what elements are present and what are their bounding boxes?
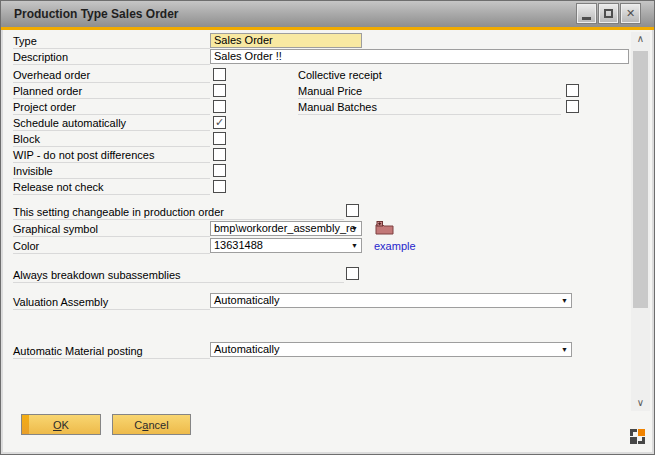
changeable-in-production-order-label: This setting changeable in production or…	[13, 205, 344, 220]
block-checkbox[interactable]	[213, 132, 226, 145]
overhead-order-checkbox[interactable]	[213, 68, 226, 81]
project-order-label: Project order	[13, 100, 210, 115]
automatic-material-posting-value: Automatically	[214, 343, 279, 355]
title-bar: Production Type Sales Order ✕	[1, 1, 654, 27]
accent-gold-line	[1, 27, 654, 30]
automatic-material-posting-label: Automatic Material posting	[13, 344, 210, 359]
description-input[interactable]: Sales Order !!	[210, 49, 629, 64]
overhead-order-label: Overhead order	[13, 68, 210, 83]
minimize-button[interactable]	[577, 4, 596, 23]
schedule-automatically-label: Schedule automatically	[13, 116, 210, 131]
production-type-dialog: Production Type Sales Order ✕ Type Sales…	[0, 0, 655, 455]
folder-add-icon	[375, 221, 394, 235]
graphical-symbol-dropdown[interactable]: bmp\workorder_assembly_re ▼	[210, 221, 362, 236]
type-label: Type	[13, 34, 210, 49]
release-not-check-label: Release not check	[13, 180, 210, 195]
planned-order-label: Planned order	[13, 84, 210, 99]
grip-corner-top-right	[638, 429, 645, 436]
wip-label: WIP - do not post differences	[13, 148, 210, 163]
chevron-down-icon: ▼	[561, 346, 568, 353]
ok-button[interactable]: OK	[21, 414, 101, 435]
description-label: Description	[13, 50, 210, 65]
cancel-button-label: Cancel	[134, 419, 168, 431]
manual-price-label: Manual Price	[298, 84, 561, 99]
scroll-up-arrow-icon[interactable]: ∧	[631, 32, 650, 47]
resize-grip-icon[interactable]	[630, 429, 645, 444]
invisible-checkbox[interactable]	[213, 164, 226, 177]
valuation-assembly-label: Valuation Assembly	[13, 295, 210, 310]
vertical-scrollbar[interactable]: ∧ ∨	[631, 32, 650, 411]
chevron-down-icon: ▼	[351, 242, 358, 249]
minimize-icon	[582, 17, 591, 20]
valuation-assembly-dropdown[interactable]: Automatically ▼	[210, 293, 572, 308]
automatic-material-posting-dropdown[interactable]: Automatically ▼	[210, 342, 572, 357]
grip-corner-bottom-left	[630, 437, 637, 444]
chevron-down-icon: ▼	[351, 225, 358, 232]
color-label: Color	[13, 239, 210, 254]
manual-batches-checkbox[interactable]	[566, 100, 579, 113]
close-icon: ✕	[626, 8, 635, 19]
chevron-down-icon: ▼	[561, 297, 568, 304]
changeable-in-production-order-checkbox[interactable]	[346, 204, 359, 217]
browse-folder-button[interactable]	[375, 221, 394, 235]
invisible-label: Invisible	[13, 164, 210, 179]
ok-button-label: OK	[53, 419, 69, 431]
window-controls: ✕	[577, 4, 640, 23]
graphical-symbol-value: bmp\workorder_assembly_re	[214, 222, 356, 234]
manual-batches-label: Manual Batches	[298, 100, 561, 115]
graphical-symbol-label: Graphical symbol	[13, 222, 210, 237]
maximize-button[interactable]	[599, 4, 618, 23]
grip-corner-top-left	[630, 429, 637, 436]
always-breakdown-checkbox[interactable]	[346, 267, 359, 280]
example-link[interactable]: example	[374, 240, 416, 252]
color-value: 13631488	[214, 239, 263, 251]
close-button[interactable]: ✕	[621, 4, 640, 23]
manual-price-checkbox[interactable]	[566, 84, 579, 97]
release-not-check-checkbox[interactable]	[213, 180, 226, 193]
color-dropdown[interactable]: 13631488 ▼	[210, 238, 362, 253]
project-order-checkbox[interactable]	[213, 100, 226, 113]
cancel-button[interactable]: Cancel	[112, 414, 191, 435]
collective-receipt-label: Collective receipt	[298, 68, 382, 83]
planned-order-checkbox[interactable]	[213, 84, 226, 97]
scroll-down-arrow-icon[interactable]: ∨	[631, 396, 650, 411]
type-input[interactable]: Sales Order	[210, 33, 362, 48]
always-breakdown-label: Always breakdown subassemblies	[13, 268, 344, 283]
grip-corner-bottom-right	[638, 437, 645, 444]
scrollbar-thumb[interactable]	[633, 51, 648, 308]
maximize-icon	[604, 9, 613, 18]
wip-checkbox[interactable]	[213, 148, 226, 161]
block-label: Block	[13, 132, 210, 147]
schedule-automatically-checkbox[interactable]: ✓	[213, 116, 226, 129]
window-title: Production Type Sales Order	[14, 7, 178, 21]
valuation-assembly-value: Automatically	[214, 294, 279, 306]
